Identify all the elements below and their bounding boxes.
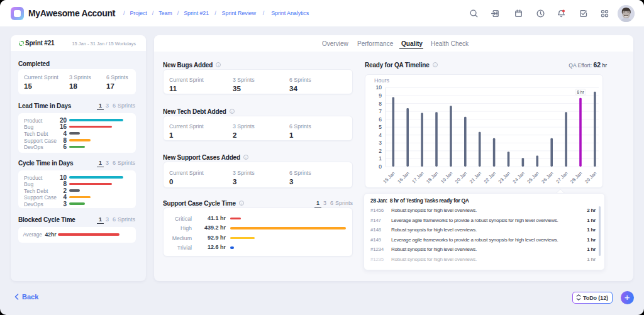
svg-text:16 Jan: 16 Jan: [396, 170, 410, 184]
svg-text:19 Jan: 19 Jan: [440, 170, 453, 184]
svg-text:22 Jan: 22 Jan: [483, 170, 497, 184]
svg-text:6: 6: [379, 116, 382, 123]
svg-text:21 Jan: 21 Jan: [469, 170, 482, 184]
svg-text:9: 9: [379, 92, 382, 99]
svg-text:28 Jan: 28 Jan: [569, 170, 583, 184]
svg-text:1: 1: [379, 155, 382, 162]
svg-text:4: 4: [379, 132, 382, 138]
svg-text:25 Jan: 25 Jan: [526, 170, 540, 184]
svg-text:7: 7: [379, 108, 382, 114]
svg-text:10: 10: [376, 84, 382, 91]
svg-text:0: 0: [379, 163, 382, 170]
svg-text:15 Jan: 15 Jan: [382, 170, 396, 184]
svg-text:3: 3: [379, 140, 382, 146]
svg-text:8 hr: 8 hr: [577, 90, 584, 94]
svg-text:27 Jan: 27 Jan: [555, 170, 569, 184]
svg-text:5: 5: [379, 124, 382, 130]
svg-text:29 Jan: 29 Jan: [584, 170, 597, 184]
svg-text:23 Jan: 23 Jan: [497, 170, 511, 184]
svg-text:8: 8: [379, 101, 382, 107]
svg-text:26 Jan: 26 Jan: [540, 170, 554, 184]
svg-text:Hours: Hours: [374, 77, 390, 84]
svg-text:2: 2: [379, 148, 382, 154]
svg-text:17 Jan: 17 Jan: [411, 170, 425, 184]
svg-text:24 Jan: 24 Jan: [512, 170, 526, 184]
svg-text:18 Jan: 18 Jan: [425, 170, 439, 184]
svg-text:20 Jan: 20 Jan: [454, 170, 468, 184]
